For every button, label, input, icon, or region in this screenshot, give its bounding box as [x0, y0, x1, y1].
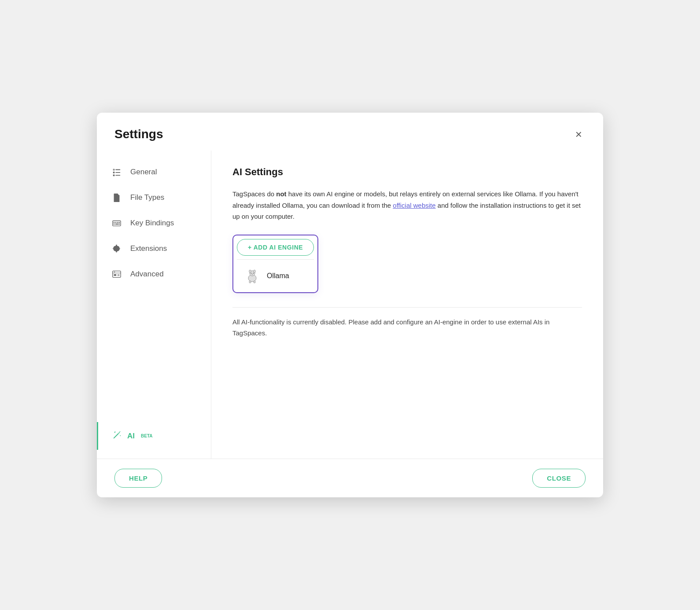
- ai-label: AI: [127, 432, 135, 441]
- sidebar-label-extensions: Extensions: [130, 244, 167, 253]
- svg-line-20: [114, 434, 118, 438]
- dialog-header: Settings ×: [97, 113, 603, 151]
- sidebar-divider: [97, 287, 211, 422]
- help-button[interactable]: HELP: [114, 469, 162, 488]
- desc-part1: TagSpaces do: [232, 190, 276, 198]
- sidebar-item-key-bindings[interactable]: Key Bindings: [97, 210, 211, 236]
- svg-rect-6: [113, 221, 121, 226]
- add-engine-container: + ADD AI ENGINE: [232, 235, 318, 293]
- svg-point-27: [249, 270, 251, 272]
- official-website-link[interactable]: official website: [393, 202, 435, 209]
- sidebar-item-ai[interactable]: × AI BETA: [97, 422, 211, 450]
- sidebar-item-extensions[interactable]: Extensions: [97, 236, 211, 261]
- svg-point-30: [253, 272, 254, 273]
- disabled-text: All AI-functionality is currently disabl…: [232, 307, 582, 339]
- add-engine-dropdown: + ADD AI ENGINE: [232, 235, 318, 293]
- svg-rect-11: [114, 224, 115, 224]
- sidebar-label-key-bindings: Key Bindings: [130, 219, 174, 228]
- ollama-label: Ollama: [267, 272, 289, 280]
- settings-dialog: Settings × General: [97, 113, 603, 497]
- svg-rect-17: [114, 274, 117, 276]
- dialog-close-button[interactable]: ×: [572, 127, 586, 142]
- close-button[interactable]: CLOSE: [532, 469, 586, 488]
- svg-rect-4: [113, 175, 115, 176]
- ai-beta-badge: BETA: [141, 434, 152, 438]
- svg-point-28: [254, 270, 255, 272]
- dialog-title: Settings: [114, 127, 163, 141]
- dialog-footer: HELP CLOSE: [97, 459, 603, 497]
- desc-bold: not: [276, 190, 286, 198]
- main-content-area: AI Settings TagSpaces do not have its ow…: [211, 151, 603, 459]
- file-types-icon: [111, 193, 122, 202]
- svg-point-23: [120, 435, 121, 436]
- description-text: TagSpaces do not have its own AI engine …: [232, 188, 582, 222]
- svg-rect-33: [254, 281, 255, 283]
- sidebar-label-general: General: [130, 168, 157, 176]
- svg-rect-5: [115, 175, 120, 176]
- svg-rect-9: [117, 222, 118, 223]
- svg-rect-7: [114, 222, 115, 223]
- add-ai-engine-button[interactable]: + ADD AI ENGINE: [237, 239, 314, 256]
- sidebar-item-advanced[interactable]: Advanced: [97, 261, 211, 287]
- general-icon: [111, 167, 122, 177]
- sidebar-item-file-types[interactable]: File Types: [97, 185, 211, 210]
- extensions-icon: [111, 244, 122, 254]
- dropdown-divider: [237, 259, 314, 260]
- sidebar-label-advanced: Advanced: [130, 270, 164, 279]
- advanced-icon: [111, 269, 122, 279]
- svg-rect-14: [113, 271, 121, 278]
- ai-wand-icon: ×: [112, 430, 122, 442]
- svg-rect-1: [115, 169, 120, 170]
- svg-rect-2: [113, 172, 115, 173]
- svg-point-31: [252, 274, 253, 275]
- svg-rect-12: [115, 224, 118, 224]
- settings-sidebar: General File Types: [97, 151, 211, 459]
- svg-point-29: [251, 272, 251, 273]
- sidebar-item-general[interactable]: General: [97, 159, 211, 185]
- svg-rect-10: [119, 222, 120, 223]
- svg-point-21: [120, 431, 121, 432]
- svg-rect-32: [249, 281, 251, 283]
- sidebar-label-file-types: File Types: [130, 193, 164, 202]
- ollama-dropdown-item[interactable]: Ollama: [237, 263, 314, 289]
- section-title: AI Settings: [232, 166, 582, 178]
- svg-text:×: ×: [114, 430, 116, 434]
- dialog-body: General File Types: [97, 151, 603, 459]
- svg-rect-8: [115, 222, 117, 223]
- svg-rect-13: [119, 224, 120, 224]
- key-bindings-icon: [111, 218, 122, 228]
- svg-rect-3: [115, 172, 120, 173]
- ollama-icon: [244, 268, 261, 284]
